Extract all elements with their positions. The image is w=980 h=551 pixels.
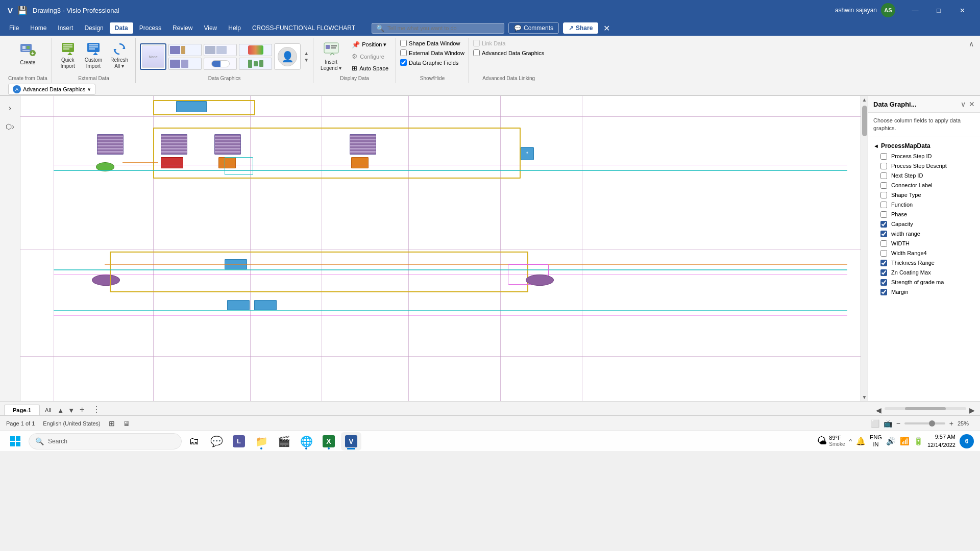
panel-section-header[interactable]: ◄ ProcessMapData: [868, 140, 980, 152]
ribbon-collapse-button[interactable]: ∧: [967, 38, 976, 50]
panel-item-function[interactable]: Function: [868, 200, 980, 210]
adv-data-graphics-ribbon-checkbox[interactable]: Advanced Data Graphics: [473, 49, 544, 56]
panel-item-width-range4[interactable]: Width Range4: [868, 248, 980, 258]
link-data-checkbox[interactable]: Link Data: [473, 40, 544, 46]
tray-network-icon[interactable]: 📶: [900, 437, 910, 446]
panel-item-shape-type[interactable]: Shape Type: [868, 190, 980, 200]
shape-data-window-checkbox[interactable]: Shape Data Window: [400, 40, 464, 46]
menu-data[interactable]: Data: [110, 22, 133, 34]
shape-blue-row3-1[interactable]: [227, 300, 250, 310]
tray-volume-icon[interactable]: 🔊: [886, 437, 896, 446]
dg-thumb-2[interactable]: [168, 58, 202, 70]
tab-dots-button[interactable]: ⋮: [89, 404, 104, 415]
taskbar-app-files[interactable]: 📁: [251, 432, 272, 450]
dg-avatar[interactable]: 👤: [274, 43, 301, 70]
notification-center-button[interactable]: 6: [960, 434, 974, 448]
tab-nav-right[interactable]: ▶: [968, 405, 976, 415]
tab-scroll-down[interactable]: ▼: [66, 406, 77, 415]
dg-scroll-down[interactable]: ▼: [304, 57, 309, 63]
ribbon-close-x[interactable]: ✕: [603, 23, 610, 33]
scroll-thumb[interactable]: [862, 106, 867, 136]
save-icon[interactable]: 💾: [17, 6, 28, 15]
menu-insert[interactable]: Insert: [53, 22, 78, 34]
page-tab-page1[interactable]: Page-1: [4, 405, 40, 415]
panel-item-margin[interactable]: Margin: [868, 287, 980, 297]
external-data-window-checkbox[interactable]: External Data Window: [400, 49, 464, 56]
custom-import-button[interactable]: CustomImport: [82, 40, 105, 71]
configure-button[interactable]: ⚙ Configure: [349, 52, 391, 61]
canvas-area[interactable]: *: [20, 96, 868, 401]
tray-language[interactable]: ENGIN: [870, 434, 882, 447]
menu-file[interactable]: File: [4, 22, 24, 34]
fit-page-btn[interactable]: ⬜: [871, 419, 879, 428]
user-avatar[interactable]: AS: [881, 3, 895, 17]
dg-thumb-3[interactable]: [204, 44, 237, 56]
auto-space-button[interactable]: ⊞ Auto Space: [349, 63, 391, 73]
position-button[interactable]: 📌 Position ▾: [349, 40, 391, 49]
zoom-thumb[interactable]: [929, 420, 935, 427]
zoom-icon-screen[interactable]: 📺: [884, 419, 892, 428]
shape-blue-star[interactable]: *: [521, 147, 534, 160]
menu-help[interactable]: Help: [223, 22, 246, 34]
panel-item-thickness-range[interactable]: Thickness Range: [868, 258, 980, 268]
process-shape-1[interactable]: [97, 134, 124, 155]
tab-add-button[interactable]: +: [77, 404, 87, 415]
taskbar-app-explorer[interactable]: 🗂: [184, 432, 204, 450]
taskbar-app-chrome[interactable]: 🌐: [296, 432, 316, 450]
tab-nav-left[interactable]: ◀: [875, 405, 883, 415]
panel-item-zn-coating-max[interactable]: Zn Coating Max: [868, 268, 980, 278]
taskbar-app-excel[interactable]: X: [318, 432, 339, 450]
dg-scroll-up[interactable]: ▲: [304, 51, 309, 56]
taskbar-app-visio[interactable]: V: [341, 432, 361, 450]
tab-scroll-up[interactable]: ▲: [55, 406, 66, 415]
dg-thumb-1[interactable]: [168, 44, 202, 56]
share-button[interactable]: ↗ Share: [563, 22, 598, 34]
taskbar-app-teams[interactable]: L: [229, 432, 249, 450]
shape-purple-oval-r2[interactable]: [526, 274, 554, 286]
menu-home[interactable]: Home: [25, 22, 52, 34]
panel-expand-icon[interactable]: ∨: [961, 100, 966, 108]
canvas[interactable]: *: [20, 96, 868, 401]
weather-widget[interactable]: 🌤 89°F Smoke: [817, 435, 845, 447]
minimize-button[interactable]: —: [903, 2, 927, 18]
layout-icon[interactable]: ⊞: [109, 419, 115, 428]
data-graphic-fields-checkbox[interactable]: Data Graphic Fields: [400, 59, 464, 66]
menu-design[interactable]: Design: [79, 22, 108, 34]
insert-legend-button[interactable]: InsertLegend ▾: [317, 40, 345, 73]
refresh-all-button[interactable]: RefreshAll ▾: [107, 40, 131, 71]
dg-thumb-6[interactable]: [239, 58, 272, 70]
taskbar-app-video[interactable]: 🎬: [274, 432, 294, 450]
menu-review[interactable]: Review: [167, 22, 198, 34]
tab-scroll-bar[interactable]: [885, 407, 966, 410]
fit-page-icon[interactable]: 🖥: [123, 419, 130, 428]
comments-button[interactable]: 💬 Comments: [508, 22, 559, 34]
search-input[interactable]: [387, 25, 489, 31]
panel-item-capacity[interactable]: Capacity: [868, 219, 980, 229]
shape-yellow-outline-row2[interactable]: [110, 252, 528, 292]
dg-thumb-5[interactable]: [239, 44, 272, 56]
tray-expand-button[interactable]: ^: [849, 438, 852, 445]
zoom-plus-button[interactable]: +: [949, 419, 953, 428]
zoom-slider[interactable]: [904, 422, 945, 424]
taskbar-search-box[interactable]: 🔍 Search: [29, 433, 182, 449]
canvas-scrollbar[interactable]: ▲ ▼: [861, 96, 868, 401]
scroll-down-arrow[interactable]: ▼: [861, 393, 868, 401]
panel-item-next-step-id[interactable]: Next Step ID: [868, 171, 980, 181]
close-button[interactable]: ✕: [950, 2, 974, 18]
shape-yellow-outline-mid[interactable]: [153, 128, 521, 179]
dg-thumb-4[interactable]: [204, 58, 237, 70]
tray-battery-icon[interactable]: 🔋: [914, 437, 923, 446]
shape-yellow-outline-top[interactable]: [153, 100, 255, 115]
panel-item-width-range[interactable]: width range: [868, 229, 980, 239]
search-box[interactable]: 🔍: [372, 23, 504, 34]
sidebar-shapes-button[interactable]: ⬡›: [2, 118, 18, 135]
tab-all-button[interactable]: All: [41, 405, 55, 415]
tray-datetime[interactable]: 9:57 AM 12/14/2022: [927, 433, 955, 449]
menu-process[interactable]: Process: [134, 22, 166, 34]
start-button[interactable]: [6, 432, 24, 450]
panel-item-process-step-descript[interactable]: Process Step Descript: [868, 161, 980, 171]
tray-notification-icon[interactable]: 🔔: [856, 437, 866, 446]
maximize-button[interactable]: □: [927, 2, 950, 18]
panel-item-process-step-id[interactable]: Process Step ID: [868, 152, 980, 161]
create-button[interactable]: + Create: [15, 40, 40, 67]
